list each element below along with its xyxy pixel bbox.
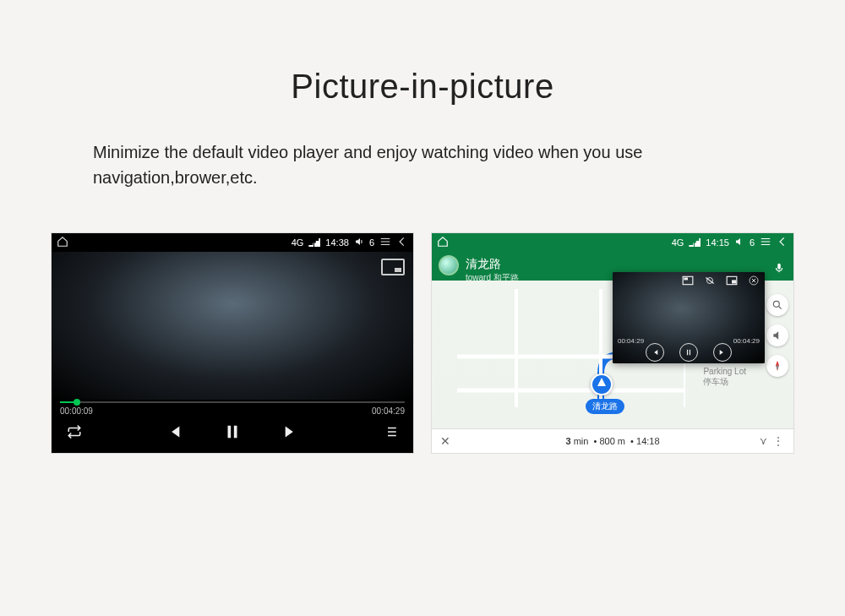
svg-point-1 [773,301,779,307]
svg-rect-0 [777,264,781,270]
menu-icon[interactable] [760,236,771,249]
sound-icon[interactable] [766,324,788,346]
playlist-icon[interactable] [383,424,398,443]
pause-icon[interactable] [223,422,242,444]
eta-bar[interactable]: ✕ 3 min • 800 m • 14:18 ⋎ ⋮ [432,428,793,453]
page-title: Picture-in-picture [51,68,794,106]
network-label: 4G [292,237,304,248]
menu-icon[interactable] [379,236,391,249]
clock: 14:15 [706,237,729,248]
pip-next-icon[interactable] [713,343,732,362]
home-icon[interactable] [437,236,449,249]
pip-pause-icon[interactable] [679,343,698,362]
home-icon[interactable] [57,236,68,249]
pip-window-icon[interactable] [724,275,739,286]
svg-rect-6 [732,280,736,283]
android-status-bar: 4G 14:15 6 [432,233,793,252]
eta-text: 3 min • 800 m • 14:18 [565,436,659,446]
current-location-icon [591,373,613,395]
screenshot-map-pip: 4G 14:15 6 [431,232,794,454]
time-elapsed: 00:00:09 [60,406,93,416]
minimize-icon[interactable] [702,275,717,286]
pip-video-overlay[interactable]: 00:04:29 00:04:29 [613,272,765,363]
repeat-icon[interactable] [67,424,82,443]
svg-rect-3 [684,278,688,281]
volume-icon [734,237,744,248]
clock: 14:38 [325,237,349,248]
signal-icon [308,238,320,247]
poi-parking[interactable]: Parking Lot 停车场 [703,367,746,387]
compass-icon[interactable] [766,355,788,377]
destination-pin[interactable]: 清龙路 [586,399,624,414]
volume-icon [354,237,364,248]
screenshot-video-player: 4G 14:38 6 [51,232,414,454]
android-status-bar: 4G 14:38 6 [52,233,413,252]
destination-road: 清龙路 [466,257,787,272]
search-icon[interactable] [766,294,788,316]
close-navigation-icon[interactable]: ✕ [440,434,450,448]
previous-icon[interactable] [164,422,183,444]
page-description: Minimize the default video player and en… [93,139,735,190]
pip-previous-icon[interactable] [646,343,664,362]
record-indicator [439,255,459,275]
network-label: 4G [672,237,684,248]
back-icon[interactable] [777,236,788,249]
close-icon[interactable] [746,275,761,286]
route-options-icon[interactable]: ⋎ ⋮ [760,435,785,447]
next-icon[interactable] [282,422,301,444]
back-icon[interactable] [396,236,408,249]
temperature: 6 [369,237,374,248]
time-total: 00:04:29 [372,406,405,416]
video-frame[interactable] [52,252,413,400]
seek-bar[interactable] [60,400,405,405]
voice-search-icon[interactable] [768,257,790,279]
temperature: 6 [750,237,755,248]
signal-icon [689,238,701,247]
pip-toggle-icon[interactable] [381,259,405,275]
expand-icon[interactable] [680,275,695,286]
